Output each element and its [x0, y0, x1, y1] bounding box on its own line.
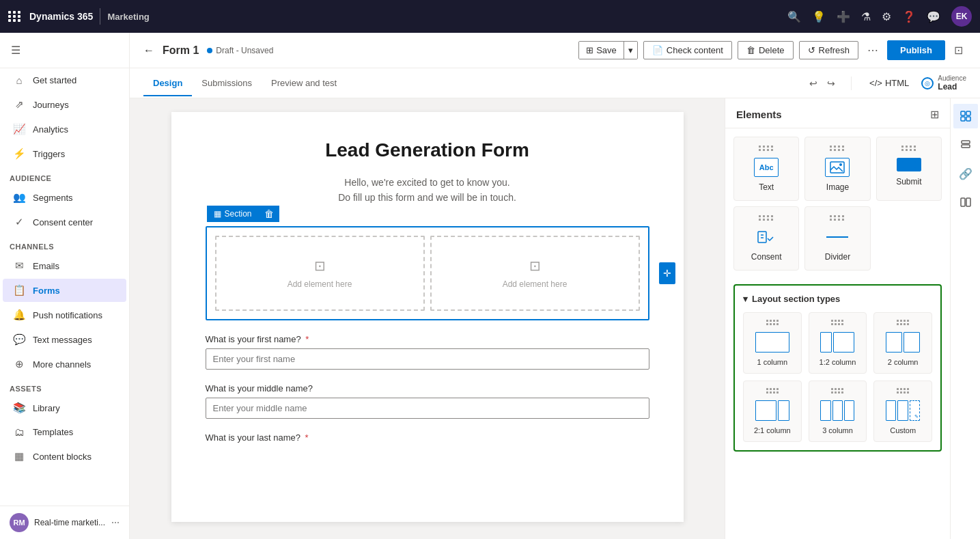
- app-launcher-icon[interactable]: [8, 11, 21, 22]
- help-icon[interactable]: ❓: [902, 10, 916, 23]
- sidebar-item-analytics[interactable]: 📈 Analytics: [3, 118, 126, 141]
- layout-1col-dots: [766, 320, 779, 325]
- layout-custom[interactable]: Custom: [873, 381, 932, 442]
- save-dropdown-button[interactable]: ▾: [624, 42, 637, 59]
- element-divider[interactable]: Divider: [804, 206, 870, 271]
- sidebar-item-more-channels[interactable]: ⊕ More channels: [3, 353, 126, 376]
- field-middle-name-input[interactable]: [206, 398, 649, 419]
- html-view-button[interactable]: </> HTML: [864, 75, 914, 91]
- divider-dots: [830, 215, 845, 221]
- tab-design[interactable]: Design: [143, 71, 192, 96]
- section-delete-button[interactable]: 🗑: [259, 206, 279, 222]
- library-icon: 📚: [12, 402, 26, 414]
- section-label-button[interactable]: ▦ Section: [207, 206, 259, 222]
- more-channels-icon: ⊕: [12, 358, 26, 370]
- forms-icon: 📋: [12, 284, 26, 296]
- header-actions: ⊞ Save ▾ 📄 Check content 🗑 Delete ↺ Refr…: [578, 40, 966, 60]
- refresh-button[interactable]: ↺ Refresh: [799, 41, 859, 59]
- element-image-label: Image: [826, 182, 849, 192]
- drag-handle[interactable]: ✛: [659, 262, 675, 284]
- layout-3col[interactable]: 3 column: [809, 381, 867, 442]
- sidebar-item-label: Templates: [33, 427, 73, 437]
- add-icon[interactable]: ➕: [837, 10, 850, 23]
- layout-2-1col[interactable]: 2:1 column: [743, 381, 802, 442]
- layout-1-2col-preview: [820, 332, 854, 353]
- element-consent[interactable]: Consent: [733, 206, 799, 271]
- sms-icon: 💬: [12, 333, 26, 346]
- sidebar-item-segments[interactable]: 👥 Segments: [3, 186, 126, 209]
- redo-button[interactable]: ↪: [824, 74, 839, 92]
- app-module: Marketing: [107, 12, 149, 22]
- sidebar-toggle-button[interactable]: ⊡: [951, 40, 966, 60]
- layout-2col[interactable]: 2 column: [873, 312, 932, 374]
- sidebar-item-templates[interactable]: 🗂 Templates: [3, 421, 126, 443]
- layout-3col-preview: [820, 400, 854, 421]
- layers-panel-icon[interactable]: [953, 133, 978, 157]
- sidebar-item-get-started[interactable]: ⌂ Get started: [3, 69, 126, 92]
- audience-type: Lead: [938, 82, 966, 92]
- html-label: HTML: [885, 78, 909, 88]
- layout-section-header[interactable]: ▾ Layout section types: [743, 294, 932, 304]
- content-blocks-icon: ▦: [12, 450, 26, 462]
- element-text[interactable]: Abc Text: [733, 137, 799, 201]
- audience-icon: ◎: [921, 77, 934, 89]
- check-content-label: Check content: [667, 45, 723, 55]
- publish-button[interactable]: Publish: [887, 40, 945, 60]
- link-panel-icon[interactable]: 🔗: [953, 161, 978, 186]
- layout-2col-label: 2 column: [888, 358, 919, 366]
- triggers-icon: ⚡: [12, 148, 26, 160]
- layout-1col[interactable]: 1 column: [743, 312, 802, 374]
- sidebar-item-content-blocks[interactable]: ▦ Content blocks: [3, 445, 126, 468]
- section-label: Section: [225, 209, 252, 219]
- sidebar-footer[interactable]: RM Real-time marketi... ⋯: [0, 506, 129, 539]
- tabs-right-actions: ↩ ↪ </> HTML ◎ Audience Lead: [806, 74, 966, 92]
- columns-panel-icon[interactable]: [953, 190, 978, 215]
- text-dots: [759, 146, 774, 151]
- element-image[interactable]: Image: [804, 137, 870, 201]
- sidebar-item-consent-center[interactable]: ✓ Consent center: [3, 210, 126, 234]
- add-element-col-1[interactable]: ⊡ Add element here: [215, 236, 425, 311]
- submit-dots: [901, 146, 916, 151]
- hamburger-menu[interactable]: ☰: [3, 38, 126, 62]
- filter-icon[interactable]: ⚗: [861, 10, 871, 23]
- sidebar-item-journeys[interactable]: ⇗ Journeys: [3, 93, 126, 116]
- field-first-name-input[interactable]: [206, 348, 649, 370]
- elements-grid: Abc Text: [725, 128, 950, 279]
- svg-rect-2: [902, 161, 916, 168]
- search-icon[interactable]: 🔍: [787, 10, 801, 23]
- tab-submissions[interactable]: Submissions: [192, 71, 262, 96]
- sidebar-item-label: Library: [33, 403, 60, 413]
- section-columns: ⊡ Add element here ⊡ Add element here: [207, 227, 648, 319]
- more-actions-button[interactable]: ⋯: [864, 40, 882, 60]
- chat-icon[interactable]: 💬: [927, 10, 940, 23]
- check-content-button[interactable]: 📄 Check content: [643, 41, 732, 59]
- settings-icon[interactable]: ⚙: [882, 10, 891, 23]
- tab-preview[interactable]: Preview and test: [262, 71, 346, 96]
- save-button[interactable]: ⊞ Save: [579, 42, 624, 59]
- layout-2-1col-label: 2:1 column: [754, 426, 791, 434]
- field-middle-name: What is your middle name?: [206, 383, 649, 419]
- add-element-col-2[interactable]: ⊡ Add element here: [430, 236, 640, 311]
- divider-symbol: [825, 227, 850, 247]
- sidebar-item-label: Get started: [33, 75, 76, 85]
- layout-1-2col[interactable]: 1:2 column: [809, 312, 867, 374]
- sidebar-item-text-messages[interactable]: 💬 Text messages: [3, 328, 126, 351]
- sidebar-item-forms[interactable]: 📋 Forms: [3, 279, 126, 302]
- undo-redo-group: ↩ ↪: [806, 74, 839, 92]
- sidebar-item-triggers[interactable]: ⚡ Triggers: [3, 142, 126, 165]
- sidebar-item-push-notifications[interactable]: 🔔 Push notifications: [3, 303, 126, 327]
- element-submit[interactable]: Submit: [876, 137, 942, 201]
- undo-button[interactable]: ↩: [806, 74, 821, 92]
- elements-panel-icon[interactable]: [953, 104, 978, 128]
- svg-point-1: [839, 163, 842, 166]
- sidebar-item-library[interactable]: 📚 Library: [3, 396, 126, 419]
- panel-expand-icon[interactable]: ⊞: [930, 108, 939, 121]
- delete-button[interactable]: 🗑 Delete: [738, 41, 794, 59]
- sidebar-item-emails[interactable]: ✉ Emails: [3, 254, 126, 277]
- layout-grid: 1 column 1:2 column: [743, 312, 932, 442]
- lightbulb-icon[interactable]: 💡: [812, 10, 826, 23]
- audience-selector[interactable]: ◎ Audience Lead: [921, 74, 966, 92]
- back-button[interactable]: ←: [143, 44, 154, 57]
- far-right-panel: 🔗: [950, 98, 980, 539]
- user-avatar[interactable]: EK: [951, 6, 972, 27]
